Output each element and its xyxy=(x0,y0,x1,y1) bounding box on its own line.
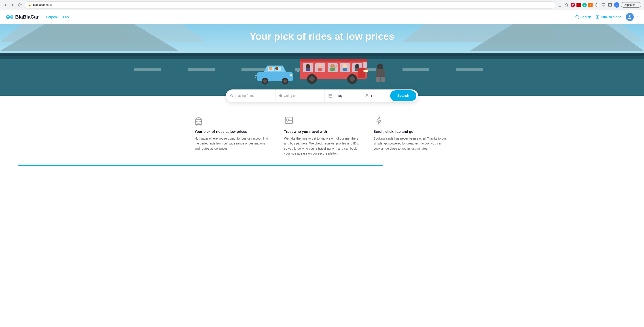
destination-dot xyxy=(279,94,282,97)
svg-marker-1 xyxy=(565,3,568,6)
svg-point-68 xyxy=(309,76,314,82)
going-to-field[interactable]: Going to... xyxy=(276,90,325,102)
svg-rect-71 xyxy=(358,68,364,78)
svg-point-20 xyxy=(629,15,630,16)
svg-point-16 xyxy=(576,16,578,18)
feature-desc-1: We take the time to get to know each of … xyxy=(284,136,360,156)
svg-point-8 xyxy=(638,5,638,5)
calendar-icon xyxy=(328,94,332,98)
feature-item-2: Scroll, click, tap and go! Booking a rid… xyxy=(374,116,450,156)
date-field[interactable]: Today xyxy=(325,90,361,102)
chevron-down-icon xyxy=(635,15,639,19)
id-check-icon xyxy=(284,116,295,126)
svg-point-43 xyxy=(283,80,287,83)
user-menu[interactable] xyxy=(626,13,639,21)
svg-point-11 xyxy=(10,15,14,19)
forward-button[interactable] xyxy=(10,2,15,8)
logo-icon xyxy=(5,12,14,22)
rakuten-icon[interactable]: R xyxy=(576,3,581,7)
passengers-field[interactable]: 1 xyxy=(361,90,389,102)
hero-title: Your pick of rides at low prices xyxy=(0,31,644,42)
extension1-icon[interactable]: I xyxy=(588,3,592,7)
svg-point-56 xyxy=(306,64,310,68)
search-submit-button[interactable]: Search xyxy=(390,90,416,101)
leaving-placeholder: Leaving from... xyxy=(235,94,256,98)
lock-icon: 🔒 xyxy=(28,3,31,6)
main-nav: Carpool Bus xyxy=(46,15,575,19)
share-icon[interactable] xyxy=(557,2,562,8)
features-section: Your pick of rides at low prices No matt… xyxy=(0,102,644,165)
split-screen-icon[interactable] xyxy=(607,2,613,8)
search-bar: Leaving from... Going to... Today 1 Sear… xyxy=(226,90,418,102)
search-bar-container: Leaving from... Going to... Today 1 Sear… xyxy=(0,90,644,102)
passenger-icon xyxy=(365,94,369,98)
svg-rect-36 xyxy=(456,68,483,71)
svg-rect-2 xyxy=(602,4,605,6)
url-text: blablacar.co.uk xyxy=(33,3,52,6)
nav-bus[interactable]: Bus xyxy=(63,15,69,19)
nav-carpool[interactable]: Carpool xyxy=(46,15,58,19)
svg-point-9 xyxy=(636,5,636,5)
search-link[interactable]: Search xyxy=(575,15,591,19)
back-button[interactable] xyxy=(3,2,8,8)
profile-avatar[interactable]: U xyxy=(614,2,620,8)
svg-rect-57 xyxy=(306,68,310,71)
coins-icon xyxy=(194,116,205,126)
feature-title-0: Your pick of rides at low prices xyxy=(194,130,270,134)
hero-section: Your pick of rides at low prices xyxy=(0,24,644,96)
svg-point-60 xyxy=(330,64,335,68)
user-avatar xyxy=(626,13,634,21)
origin-dot xyxy=(230,94,233,97)
update-label: Oppdater xyxy=(624,3,635,6)
svg-point-90 xyxy=(196,120,202,122)
svg-rect-79 xyxy=(380,77,384,82)
svg-point-92 xyxy=(286,119,289,121)
logo[interactable]: BlaBlaCar xyxy=(5,12,39,22)
svg-point-70 xyxy=(350,76,355,82)
svg-point-58 xyxy=(318,64,322,68)
lightning-icon xyxy=(374,116,384,126)
svg-point-14 xyxy=(11,16,12,17)
grammarly-icon[interactable]: G xyxy=(582,3,587,7)
svg-rect-78 xyxy=(376,77,380,82)
bookmark-icon[interactable] xyxy=(564,2,569,8)
reload-button[interactable] xyxy=(17,2,22,8)
bus-illustration xyxy=(298,56,369,84)
browser-actions: P R G I U Oppdater xyxy=(557,2,641,8)
search-label: Search xyxy=(580,15,591,19)
car-illustration xyxy=(255,60,295,84)
svg-rect-59 xyxy=(318,68,322,71)
svg-rect-50 xyxy=(300,59,367,62)
address-bar[interactable]: 🔒 blablacar.co.uk xyxy=(24,1,556,8)
pinterest-icon[interactable]: P xyxy=(571,3,575,7)
bottom-accent xyxy=(18,165,626,166)
svg-point-12 xyxy=(7,16,8,17)
svg-point-76 xyxy=(377,64,383,70)
leaving-from-field[interactable]: Leaving from... xyxy=(227,90,276,102)
feature-desc-2: Booking a ride has never been easier! Th… xyxy=(374,136,450,151)
svg-rect-46 xyxy=(290,74,292,76)
publish-label: Publish a ride xyxy=(601,15,621,19)
svg-rect-35 xyxy=(402,68,429,71)
svg-rect-30 xyxy=(134,68,161,71)
extensions-icon[interactable] xyxy=(594,2,599,8)
feature-desc-0: No matter where you're going, by bus or … xyxy=(194,136,270,151)
svg-point-15 xyxy=(12,16,12,17)
going-placeholder: Going to... xyxy=(284,94,298,98)
svg-rect-80 xyxy=(329,94,332,98)
svg-point-41 xyxy=(263,80,267,83)
tab-manager-icon[interactable] xyxy=(600,2,606,8)
browser-chrome: 🔒 blablacar.co.uk P R G I U Oppda xyxy=(0,0,644,10)
feature-title-2: Scroll, click, tap and go! xyxy=(374,130,450,134)
feature-title-1: Trust who you travel with xyxy=(284,130,360,134)
publish-ride-button[interactable]: Publish a ride xyxy=(596,15,621,19)
update-button[interactable]: Oppdater xyxy=(621,2,641,8)
svg-point-63 xyxy=(342,64,347,68)
svg-point-44 xyxy=(269,67,272,70)
svg-rect-77 xyxy=(376,69,384,77)
header-actions: Search Publish a ride xyxy=(575,13,639,21)
feature-item-0: Your pick of rides at low prices No matt… xyxy=(194,116,270,156)
svg-rect-6 xyxy=(610,3,612,6)
feature-item-1: Trust who you travel with We take the ti… xyxy=(284,116,360,156)
svg-point-45 xyxy=(275,67,278,70)
